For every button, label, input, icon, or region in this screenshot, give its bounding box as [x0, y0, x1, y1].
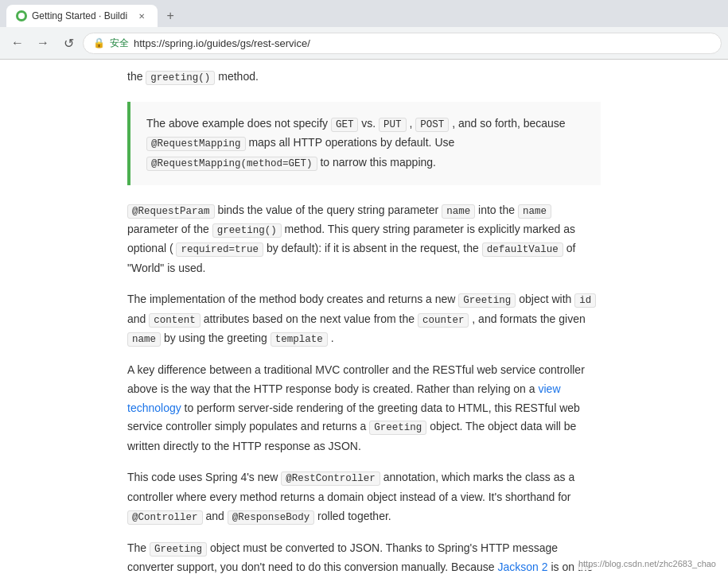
secure-icon: 🔒	[93, 37, 105, 48]
jackson-link[interactable]: Jackson 2	[497, 561, 547, 573]
forward-button[interactable]: →	[32, 32, 54, 54]
defaultvalue-code: defaultValue	[482, 242, 563, 257]
note-vs: vs.	[361, 117, 376, 130]
para-greeting-object: The implementation of the method body cr…	[127, 290, 601, 348]
post-code: POST	[415, 118, 449, 132]
para4-text1: This code uses Spring 4's new	[127, 471, 278, 483]
back-button[interactable]: ←	[6, 32, 29, 54]
name-code1: name	[442, 204, 475, 219]
para2-text7: .	[331, 332, 334, 344]
get-code: GET	[331, 118, 359, 132]
greeting-code1: greeting()	[212, 223, 282, 238]
responsebody-code: @ResponseBody	[228, 510, 315, 525]
note-line1-suffix: , and so forth, because	[452, 117, 565, 130]
address-bar[interactable]: 🔒 安全 https://spring.io/guides/gs/rest-se…	[83, 33, 722, 54]
para2-text6: by using the greeting	[164, 332, 267, 344]
watermark: https://blog.csdn.net/zhc2683_chao	[574, 557, 720, 570]
note-box: The above example does not specify GET v…	[127, 102, 601, 185]
para1-text2: parameter of the	[127, 223, 209, 235]
tab-title: Getting Started · Buildi	[32, 10, 127, 21]
para-key-difference: A key difference between a traditional M…	[127, 361, 601, 456]
para3-text1: A key difference between a traditional M…	[127, 363, 585, 395]
tab-close-button[interactable]: ✕	[135, 10, 148, 22]
para2-text3: and	[127, 312, 146, 325]
greeting-code3: Greeting	[369, 421, 426, 435]
tab-bar: Getting Started · Buildi ✕ +	[0, 0, 728, 27]
required-code: required=true	[176, 242, 263, 257]
para5-text1: The	[127, 541, 146, 554]
requestparam-code: @RequestParam	[127, 204, 215, 219]
greeting-prefix: the	[127, 70, 142, 83]
url-text: https://spring.io/guides/gs/rest-service…	[134, 37, 310, 49]
greeting-code2: Greeting	[458, 293, 516, 308]
nav-bar: ← → ↺ 🔒 安全 https://spring.io/guides/gs/r…	[0, 27, 728, 59]
browser-chrome: Getting Started · Buildi ✕ + ← → ↺ 🔒 安全 …	[0, 0, 728, 60]
greeting-method-code: greeting()	[146, 71, 215, 85]
para2-text2: object with	[519, 293, 571, 305]
counter-code: counter	[418, 313, 469, 328]
para1-text4: by default): if it is absent in the requ…	[267, 242, 479, 254]
new-tab-button[interactable]: +	[161, 6, 180, 25]
note-line2-middle: maps all HTTP operations by default. Use	[248, 136, 454, 149]
para2-text4: attributes based on the next value from …	[204, 312, 415, 325]
para-requestparam: @RequestParam binds the value of the que…	[127, 201, 601, 278]
para2-text1: The implementation of the method body cr…	[127, 293, 455, 305]
requestmapping-method-code: @RequestMapping(method=GET)	[146, 157, 317, 171]
template-code: template	[271, 332, 328, 347]
note-line1-prefix: The above example does not specify	[146, 117, 328, 130]
reload-button[interactable]: ↺	[57, 32, 80, 54]
page-content: the greeting() method. The above example…	[0, 60, 728, 578]
para1-into-the: into the	[478, 204, 515, 216]
para2-text5: , and formats the given	[472, 312, 585, 325]
content-code: content	[149, 313, 200, 328]
para-restcontroller: This code uses Spring 4's new @RestContr…	[127, 468, 601, 526]
put-code: PUT	[379, 118, 407, 132]
note-text: The above example does not specify GET v…	[146, 114, 585, 173]
para4-text3: rolled together.	[317, 510, 391, 522]
greeting-suffix: method.	[218, 70, 259, 83]
name-code3: name	[127, 332, 161, 347]
name-code2: name	[518, 204, 551, 219]
para1-text1: binds the value of the query string para…	[217, 204, 438, 216]
requestmapping-code: @RequestMapping	[146, 137, 246, 151]
para-json-conversion: The Greeting object must be converted to…	[127, 539, 601, 578]
controller-code: @Controller	[127, 510, 203, 525]
note-line3-suffix: to narrow this mapping.	[320, 156, 436, 169]
id-code: id	[574, 293, 596, 308]
secure-label: 安全	[110, 37, 129, 50]
tab-favicon	[16, 10, 27, 21]
svg-point-0	[18, 13, 25, 19]
greeting-method-line: the greeting() method.	[127, 60, 601, 86]
para4-and: and	[205, 510, 224, 522]
browser-tab[interactable]: Getting Started · Buildi ✕	[6, 5, 158, 27]
restcontroller-code: @RestController	[281, 471, 380, 486]
greeting-code4: Greeting	[150, 542, 207, 557]
